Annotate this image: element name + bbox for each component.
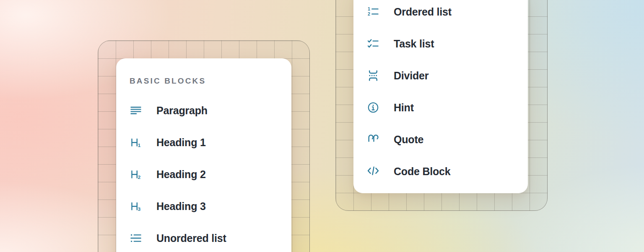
- menu-item-label: Heading 3: [156, 200, 206, 213]
- heading-3-icon: 3: [130, 200, 142, 213]
- ordered-list-icon: 1 2: [367, 5, 379, 18]
- menu-item-code-block[interactable]: Code Block: [353, 155, 528, 187]
- menu-item-paragraph[interactable]: Paragraph: [116, 94, 291, 126]
- menu-item-heading-1[interactable]: 1 Heading 1: [116, 126, 291, 158]
- menu-item-label: Paragraph: [156, 105, 208, 117]
- hint-icon: [367, 101, 379, 114]
- menu-item-label: Divider: [394, 70, 428, 82]
- menu-item-label: Task list: [394, 38, 434, 50]
- section-label: BASIC BLOCKS: [116, 74, 291, 89]
- quote-icon: [367, 133, 379, 146]
- heading-2-icon: 2: [130, 168, 142, 181]
- menu-item-label: Ordered list: [394, 6, 452, 18]
- svg-text:1: 1: [138, 143, 141, 148]
- basic-blocks-menu: BASIC BLOCKS Paragraph 1 Heading 1 2 Hea…: [116, 58, 291, 252]
- divider-icon: [367, 69, 379, 82]
- heading-1-icon: 1: [130, 136, 142, 149]
- code-block-icon: [367, 165, 379, 178]
- menu-item-label: Quote: [394, 134, 423, 146]
- menu-item-divider[interactable]: Divider: [353, 60, 528, 92]
- menu-item-hint[interactable]: Hint: [353, 92, 528, 123]
- menu-item-task-list[interactable]: Task list: [353, 28, 528, 60]
- menu-item-label: Code Block: [394, 165, 451, 178]
- menu-item-unordered-list[interactable]: Unordered list: [116, 222, 291, 252]
- paragraph-icon: [130, 104, 142, 117]
- menu-item-label: Heading 2: [156, 168, 206, 181]
- menu-item-label: Hint: [394, 102, 414, 114]
- svg-text:2: 2: [368, 11, 370, 16]
- blocks-list: 1 2 Ordered list Task list: [353, 0, 528, 187]
- task-list-icon: [367, 37, 379, 50]
- svg-text:3: 3: [138, 207, 140, 212]
- basic-blocks-list: Paragraph 1 Heading 1 2 Heading 2 3 Head…: [116, 94, 291, 252]
- unordered-list-icon: [130, 232, 142, 244]
- menu-item-heading-2[interactable]: 2 Heading 2: [116, 158, 291, 190]
- svg-text:2: 2: [138, 175, 140, 180]
- menu-item-ordered-list[interactable]: 1 2 Ordered list: [353, 0, 528, 28]
- blocks-menu-continued: 1 2 Ordered list Task list: [353, 0, 528, 193]
- menu-item-heading-3[interactable]: 3 Heading 3: [116, 190, 291, 222]
- svg-text:1: 1: [368, 6, 370, 11]
- menu-item-quote[interactable]: Quote: [353, 123, 528, 155]
- menu-item-label: Heading 1: [156, 136, 206, 149]
- block-menu-hero: BASIC BLOCKS Paragraph 1 Heading 1 2 Hea…: [0, 0, 644, 252]
- menu-item-label: Unordered list: [156, 232, 226, 244]
